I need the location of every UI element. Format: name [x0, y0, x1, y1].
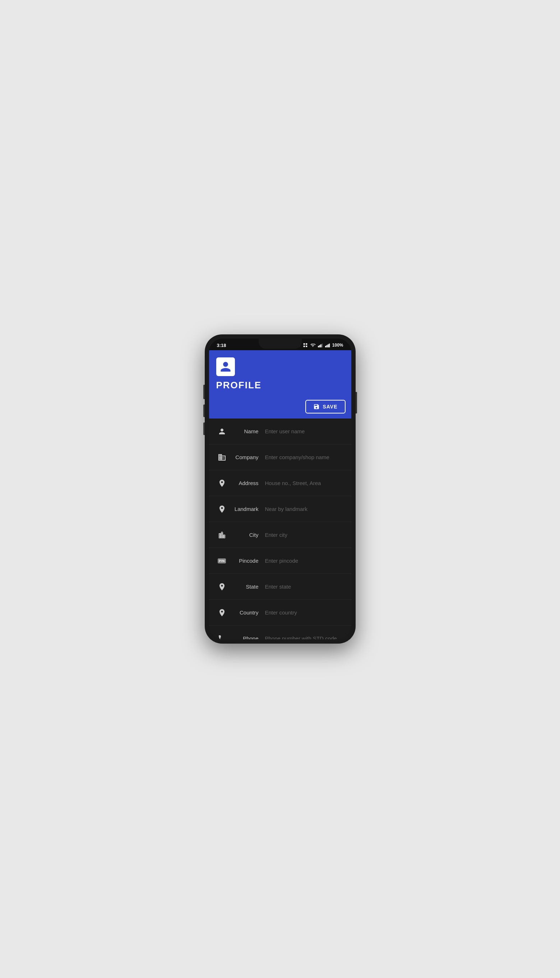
- pincode-row: PIN Pincode: [209, 548, 351, 574]
- company-label: Company: [230, 454, 258, 460]
- signal-icon: [318, 343, 323, 348]
- svg-rect-2: [306, 343, 307, 345]
- country-row: Country: [209, 600, 351, 625]
- state-label: State: [230, 583, 258, 590]
- screen-content[interactable]: PROFILE SAVE Name: [209, 350, 351, 639]
- signal-icon-2: [325, 343, 330, 348]
- state-row: State: [209, 574, 351, 600]
- landmark-pin-icon: [218, 505, 226, 513]
- landmark-row: Landmark: [209, 496, 351, 522]
- svg-rect-7: [320, 344, 322, 347]
- svg-rect-11: [328, 344, 329, 347]
- country-icon-wrap: [214, 609, 230, 617]
- name-label: Name: [230, 428, 258, 435]
- phone-input[interactable]: [262, 635, 346, 639]
- save-label: SAVE: [323, 404, 337, 410]
- pincode-icon-wrap: PIN: [214, 558, 230, 563]
- location-pin-icon: [218, 479, 226, 488]
- address-input[interactable]: [262, 480, 346, 486]
- profile-header: PROFILE SAVE: [209, 350, 351, 418]
- phone-frame: 3:18: [205, 334, 356, 644]
- battery-text: 100%: [332, 343, 343, 348]
- country-pin-icon: [218, 609, 226, 617]
- city-icon: [218, 531, 226, 539]
- name-input[interactable]: [262, 428, 346, 435]
- landmark-input[interactable]: [262, 506, 346, 512]
- state-icon-wrap: [214, 582, 230, 591]
- phone-label: Phone: [230, 635, 258, 639]
- company-row: Company: [209, 445, 351, 470]
- address-row: Address: [209, 470, 351, 496]
- address-label: Address: [230, 480, 258, 486]
- city-icon-wrap: [214, 531, 230, 539]
- notch: [258, 339, 302, 349]
- city-input[interactable]: [262, 532, 346, 538]
- company-icon-wrap: [214, 453, 230, 462]
- profile-avatar-icon-wrap: [216, 358, 235, 376]
- svg-rect-10: [326, 345, 327, 347]
- status-time: 3:18: [217, 343, 226, 348]
- pincode-input[interactable]: [262, 558, 346, 564]
- city-row: City: [209, 522, 351, 548]
- state-input[interactable]: [262, 583, 346, 590]
- address-icon-wrap: [214, 479, 230, 488]
- form-rows: Name Company: [209, 418, 351, 639]
- profile-avatar-icon: [220, 361, 232, 373]
- profile-title: PROFILE: [216, 380, 344, 391]
- name-row: Name: [209, 418, 351, 445]
- building-icon: [218, 453, 226, 462]
- company-input[interactable]: [262, 454, 346, 460]
- svg-rect-9: [325, 346, 326, 347]
- phone-screen: 3:18: [209, 339, 351, 639]
- landmark-label: Landmark: [230, 506, 258, 512]
- state-pin-icon: [218, 582, 226, 591]
- phone-icon-wrap: [214, 634, 230, 640]
- svg-rect-4: [306, 346, 307, 347]
- country-input[interactable]: [262, 609, 346, 615]
- phone-row: Phone: [209, 625, 351, 639]
- wifi-icon: [310, 343, 316, 348]
- person-icon: [218, 427, 226, 436]
- svg-rect-6: [319, 345, 320, 347]
- svg-rect-1: [303, 343, 305, 345]
- pin-badge: PIN: [218, 558, 226, 563]
- phone-icon: [218, 634, 226, 640]
- save-icon: [313, 403, 320, 410]
- app-icon-3: [303, 343, 308, 348]
- name-icon-wrap: [214, 427, 230, 436]
- svg-rect-3: [303, 346, 305, 347]
- volume-up-button: [203, 405, 205, 417]
- country-label: Country: [230, 609, 258, 615]
- save-button[interactable]: SAVE: [305, 400, 345, 413]
- pincode-label: Pincode: [230, 558, 258, 564]
- svg-rect-12: [329, 343, 330, 347]
- svg-rect-8: [322, 343, 323, 347]
- volume-down-button: [203, 423, 205, 435]
- city-label: City: [230, 532, 258, 538]
- svg-rect-5: [318, 346, 319, 347]
- landmark-icon-wrap: [214, 505, 230, 513]
